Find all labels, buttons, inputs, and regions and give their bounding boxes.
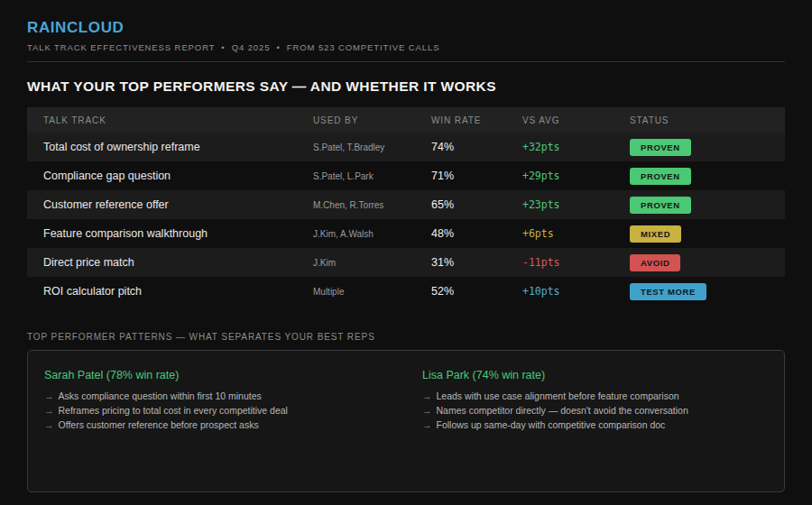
used-by-cell: J.Kim, A.Walsh xyxy=(313,229,431,239)
status-cell: MIXED xyxy=(630,225,769,243)
pattern-item: →Follows up same-day with competitive co… xyxy=(422,418,768,432)
performer-column: Lisa Park (74% win rate) →Leads with use… xyxy=(422,369,768,491)
column-header-status: STATUS xyxy=(630,115,769,125)
pattern-item-text: Offers customer reference before prospec… xyxy=(59,419,259,430)
arrow-icon: → xyxy=(422,390,432,401)
talk-track-cell: Customer reference offer xyxy=(43,198,313,211)
column-header-win-rate: WIN RATE xyxy=(431,115,522,125)
table-row: ROI calculator pitch Multiple 52% +10pts… xyxy=(27,277,785,306)
used-by-cell: Multiple xyxy=(313,287,431,297)
talk-track-cell: ROI calculator pitch xyxy=(43,285,313,298)
used-by-cell: M.Chen, R.Torres xyxy=(313,200,431,210)
patterns-section-label: TOP PERFORMER PATTERNS — WHAT SEPARATES … xyxy=(27,332,785,342)
pattern-item: →Reframes pricing to total cost in every… xyxy=(44,403,390,418)
talk-track-cell: Feature comparison walkthrough xyxy=(43,227,313,240)
table-row: Feature comparison walkthrough J.Kim, A.… xyxy=(27,219,785,248)
pattern-item: →Asks compliance question within first 1… xyxy=(44,389,390,403)
report-header: RAINCLOUD TALK TRACK EFFECTIVENESS REPOR… xyxy=(27,18,785,62)
status-badge: PROVEN xyxy=(630,197,691,215)
table-row: Direct price match J.Kim 31% -11pts AVOI… xyxy=(27,248,785,277)
performer-column: Sarah Patel (78% win rate) →Asks complia… xyxy=(44,369,390,491)
arrow-icon: → xyxy=(44,405,54,416)
status-badge: TEST MORE xyxy=(630,283,706,301)
pattern-item-text: Leads with use case alignment before fea… xyxy=(437,390,679,401)
arrow-icon: → xyxy=(422,419,432,430)
used-by-cell: S.Patel, T.Bradley xyxy=(313,142,431,152)
status-badge: MIXED xyxy=(630,225,681,243)
arrow-icon: → xyxy=(44,390,54,401)
win-rate-cell: 52% xyxy=(431,285,522,298)
win-rate-cell: 65% xyxy=(431,198,522,211)
status-cell: PROVEN xyxy=(630,138,769,157)
patterns-box: Sarah Patel (78% win rate) →Asks complia… xyxy=(27,350,785,492)
win-rate-cell: 71% xyxy=(431,170,522,182)
status-badge: PROVEN xyxy=(630,168,691,186)
column-header-used-by: USED BY xyxy=(313,115,431,125)
table-row: Customer reference offer M.Chen, R.Torre… xyxy=(27,190,785,219)
talk-track-cell: Total cost of ownership reframe xyxy=(43,141,313,153)
vs-avg-cell: +10pts xyxy=(522,285,630,298)
pattern-item: →Names competitor directly — doesn't avo… xyxy=(422,403,768,418)
status-cell: TEST MORE xyxy=(630,282,769,301)
brand-logo: RAINCLOUD xyxy=(27,18,785,38)
status-cell: AVOID xyxy=(630,253,769,272)
table-body: Total cost of ownership reframe S.Patel,… xyxy=(27,133,785,306)
win-rate-cell: 74% xyxy=(431,141,522,153)
used-by-cell: S.Patel, L.Park xyxy=(313,171,431,181)
column-header-talk-track: TALK TRACK xyxy=(43,115,313,125)
vs-avg-cell: -11pts xyxy=(522,256,630,269)
win-rate-cell: 48% xyxy=(431,227,522,240)
vs-avg-cell: +29pts xyxy=(522,170,630,182)
table-header-row: TALK TRACK USED BY WIN RATE VS AVG STATU… xyxy=(27,107,785,133)
talk-track-cell: Direct price match xyxy=(43,256,313,269)
table-row: Compliance gap question S.Patel, L.Park … xyxy=(27,161,785,190)
pattern-item: →Offers customer reference before prospe… xyxy=(44,418,390,432)
vs-avg-cell: +23pts xyxy=(522,198,630,211)
win-rate-cell: 31% xyxy=(431,256,522,269)
performer-name: Sarah Patel (78% win rate) xyxy=(44,369,390,381)
status-cell: PROVEN xyxy=(630,196,769,215)
pattern-item: →Leads with use case alignment before fe… xyxy=(422,389,768,403)
arrow-icon: → xyxy=(422,405,432,416)
performer-name: Lisa Park (74% win rate) xyxy=(422,369,768,381)
header-divider xyxy=(27,61,785,62)
arrow-icon: → xyxy=(44,419,54,430)
talk-track-cell: Compliance gap question xyxy=(43,170,313,182)
pattern-item-text: Reframes pricing to total cost in every … xyxy=(59,405,288,416)
column-header-vs-avg: VS AVG xyxy=(522,115,630,125)
report-page: RAINCLOUD TALK TRACK EFFECTIVENESS REPOR… xyxy=(0,0,812,492)
page-title: WHAT YOUR TOP PERFORMERS SAY — AND WHETH… xyxy=(27,78,785,95)
used-by-cell: J.Kim xyxy=(313,258,431,268)
vs-avg-cell: +6pts xyxy=(522,227,630,240)
status-badge: PROVEN xyxy=(630,139,691,157)
status-cell: PROVEN xyxy=(630,167,769,186)
status-badge: AVOID xyxy=(630,254,680,272)
table-row: Total cost of ownership reframe S.Patel,… xyxy=(27,133,785,161)
pattern-item-text: Names competitor directly — doesn't avoi… xyxy=(437,405,688,416)
pattern-item-text: Asks compliance question within first 10… xyxy=(59,390,262,401)
report-subtitle: TALK TRACK EFFECTIVENESS REPORT • Q4 202… xyxy=(27,42,785,52)
talk-track-table: TALK TRACK USED BY WIN RATE VS AVG STATU… xyxy=(27,107,785,306)
pattern-item-text: Follows up same-day with competitive com… xyxy=(437,419,666,430)
vs-avg-cell: +32pts xyxy=(522,141,630,153)
